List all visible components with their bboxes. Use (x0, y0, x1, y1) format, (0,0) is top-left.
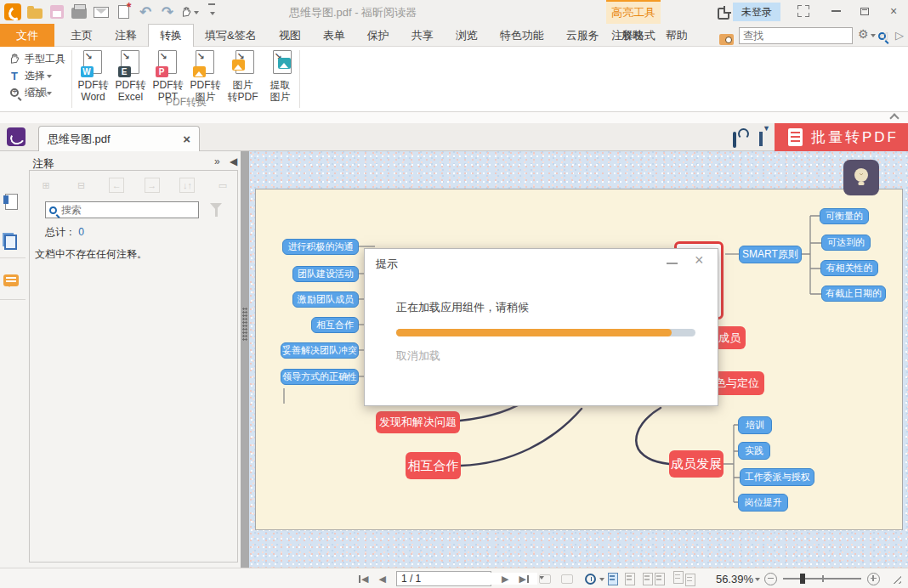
nav-back-icon[interactable]: ◁ (879, 29, 888, 42)
zoom-percentage[interactable]: 56.39% (716, 573, 753, 585)
search-in-files-icon[interactable] (717, 30, 735, 48)
menu-bar: 文件 主页 注释 转换 填写&签名 视图 表单 保护 共享 浏览 特色功能 云服… (0, 24, 908, 47)
expand-panel-icon[interactable]: » (214, 155, 220, 167)
cancel-loading-button[interactable]: 取消加载 (396, 348, 440, 364)
progress-bar (396, 329, 695, 336)
clock-dropdown-icon[interactable] (599, 578, 604, 584)
tab-cloud[interactable]: 云服务 (555, 24, 610, 47)
previous-page-icon[interactable]: ◀ (378, 574, 385, 585)
bookmarks-panel-icon[interactable] (5, 194, 18, 210)
reading-mode-icon[interactable] (7, 127, 26, 146)
next-view-icon[interactable] (561, 574, 573, 584)
pdf-to-word-icon: W (81, 50, 106, 77)
autoscroll-clock-icon[interactable] (585, 574, 596, 585)
minimize-button[interactable] (821, 0, 850, 22)
previous-comment-icon[interactable]: ← (109, 178, 124, 193)
comments-total: 总计： 0 (45, 225, 84, 240)
float-panels-icon[interactable] (789, 0, 818, 22)
select-tool-button[interactable]: T 选择 (7, 67, 70, 84)
navigation-icon-strip (0, 151, 26, 568)
mindmap-node: 有相关性的 (820, 260, 878, 276)
status-bar: ◀ ◀ ▶ ▶ 56.39% (0, 568, 908, 588)
tab-home[interactable]: 主页 (60, 24, 104, 47)
tab-comment-format[interactable]: 注释格式 (606, 24, 661, 47)
hand-tool-button[interactable]: 手型工具 (7, 50, 70, 67)
tab-protect[interactable]: 保护 (356, 24, 400, 47)
nav-forward-icon[interactable]: ▷ (895, 29, 904, 42)
tab-features[interactable]: 特色功能 (489, 24, 555, 47)
select-dropdown-icon[interactable] (47, 75, 52, 81)
zoom-slider-thumb[interactable] (800, 574, 805, 584)
lightbulb-tip-button[interactable] (843, 160, 879, 195)
dialog-close-icon[interactable]: × (695, 252, 704, 269)
batch-convert-pdf-button[interactable]: 批量转PDF (775, 123, 908, 151)
mindmap-node: 相互合作 (406, 452, 461, 479)
page-thumbnails-panel-icon[interactable] (4, 235, 17, 250)
tab-form[interactable]: 表单 (312, 24, 356, 47)
collapse-panel-icon[interactable]: ◀ (230, 155, 237, 167)
tab-view[interactable]: 视图 (268, 24, 312, 47)
share-hand-icon[interactable] (714, 4, 733, 23)
previous-view-icon[interactable] (539, 574, 551, 584)
facing-layout-icon[interactable] (642, 573, 666, 585)
collapse-all-comments-icon[interactable]: ⊟ (74, 178, 89, 193)
document-tab-bar: 思维导图.pdf × 批量转PDF (0, 123, 908, 151)
tab-comment[interactable]: 注释 (104, 24, 148, 47)
contextual-tab-highlight-tools[interactable]: 高亮工具 (606, 0, 661, 24)
first-page-icon[interactable]: ◀ (359, 574, 368, 585)
comments-panel: 注释 » ◀ ⊞ ⊟ ← → ↓↑ ▭ 总计： 0 文档中不存在任何注释。 (26, 151, 241, 568)
filter-comments-icon[interactable] (210, 203, 222, 216)
comments-empty-message: 文档中不存在任何注释。 (35, 247, 147, 262)
tab-fill-sign[interactable]: 填写&签名 (194, 24, 268, 47)
gear-icon[interactable]: ⚙ (858, 27, 876, 41)
continuous-layout-icon[interactable] (625, 573, 635, 585)
extract-image-icon (268, 50, 293, 77)
mindmap-node: 成员发展 (669, 450, 724, 478)
tab-convert[interactable]: 转换 (148, 24, 194, 47)
mindmap-node: 团队建设活动 (292, 266, 359, 282)
document-tab[interactable]: 思维导图.pdf × (38, 126, 200, 151)
pdf-to-excel-icon: E (118, 50, 144, 77)
collapse-ribbon-icon[interactable] (889, 113, 899, 122)
tab-browse[interactable]: 浏览 (445, 24, 489, 47)
loading-dialog: 提示 × 正在加载应用组件，请稍候 取消加载 (364, 248, 718, 406)
facing-continuous-layout-icon[interactable] (672, 571, 696, 586)
mindmap-node: 进行积极的沟通 (282, 239, 359, 255)
comment-search-input[interactable] (61, 204, 195, 216)
batch-convert-label: 批量转PDF (811, 127, 899, 147)
zoom-slider[interactable] (783, 573, 861, 585)
zoom-dropdown-icon[interactable] (755, 578, 760, 584)
next-comment-icon[interactable]: → (145, 178, 160, 193)
zoom-out-icon[interactable] (764, 573, 777, 585)
close-tab-icon[interactable]: × (183, 132, 190, 146)
mindmap-node: 相互合作 (311, 317, 359, 333)
tab-file[interactable]: 文件 (0, 24, 54, 47)
foxit-reader-window: ↶ ↷ 思维导图.pdf - 福昕阅读器 高亮工具 未登录 × 文件 主页 注释… (0, 0, 908, 588)
dialog-message: 正在加载应用组件，请稍候 (396, 300, 529, 315)
batch-doc-icon (788, 128, 803, 146)
hand-icon (7, 53, 22, 65)
last-page-icon[interactable]: ▶ (519, 574, 528, 585)
tab-share[interactable]: 共享 (400, 24, 445, 47)
close-button[interactable]: × (879, 0, 908, 22)
panel-splitter[interactable] (241, 151, 249, 568)
zoom-in-icon[interactable] (867, 573, 880, 585)
single-page-layout-icon[interactable] (608, 573, 618, 585)
title-bar: ↶ ↷ 思维导图.pdf - 福昕阅读器 高亮工具 未登录 × (0, 0, 908, 24)
next-page-icon[interactable]: ▶ (502, 574, 508, 585)
tab-help[interactable]: 帮助 (655, 24, 699, 47)
login-status[interactable]: 未登录 (733, 3, 780, 21)
mindmap-node: 激励团队成员 (292, 291, 359, 308)
comment-bubble-icon[interactable]: ▭ (215, 178, 230, 193)
comments-total-value: 0 (78, 226, 84, 238)
sort-comments-icon[interactable]: ↓↑ (179, 178, 195, 193)
page-number-input[interactable] (397, 573, 537, 585)
convert-group-label: PDF转换 (75, 95, 298, 110)
comments-panel-icon[interactable] (3, 274, 19, 286)
cloud-icon[interactable] (733, 133, 736, 146)
expand-all-comments-icon[interactable]: ⊞ (38, 178, 54, 193)
window-resize-grip[interactable] (891, 574, 901, 584)
save-to-cloud-icon[interactable] (759, 132, 763, 144)
restore-button[interactable] (850, 0, 879, 22)
dialog-minimize-icon[interactable] (667, 263, 678, 264)
